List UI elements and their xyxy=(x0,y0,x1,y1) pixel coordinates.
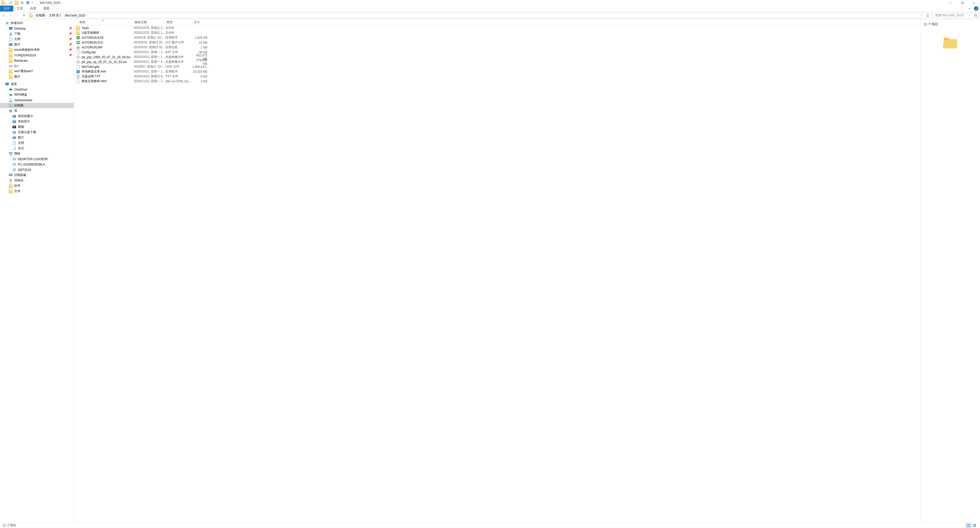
nav-item[interactable]: 网络 xyxy=(0,151,74,156)
svg-rect-68 xyxy=(975,524,976,525)
expand-ribbon-button[interactable] xyxy=(967,6,972,11)
tab-view[interactable]: 查看 xyxy=(40,6,53,11)
nav-item[interactable]: 文档 xyxy=(0,140,74,146)
nav-item[interactable]: DESKTOP-LSSOEDP xyxy=(0,156,74,162)
file-row[interactable]: pe_yqs_xp_20_07_31_15_53.iso2020/10/12, … xyxy=(74,59,920,64)
nav-item[interactable]: Desktop📌 xyxy=(0,26,74,31)
nav-item[interactable]: YUNQISHI2019📌 xyxy=(0,52,74,58)
breadcrumb[interactable]: 文档 (E:) xyxy=(48,13,62,17)
nav-item[interactable]: 回收站 xyxy=(0,178,74,183)
nav-item[interactable]: 本机照片 xyxy=(0,119,74,124)
view-icons-button[interactable] xyxy=(972,523,977,528)
svg-rect-40 xyxy=(14,160,15,161)
close-button[interactable] xyxy=(968,0,980,6)
details-title: 12 个项目 xyxy=(924,22,977,27)
tab-share[interactable]: 共享 xyxy=(27,6,40,11)
file-row[interactable]: 本地硬盘安装.exe2020/10/12, 星期一 1...应用程序28,315… xyxy=(74,69,920,74)
column-type[interactable]: 类型 xyxy=(164,19,191,25)
svg-rect-43 xyxy=(14,165,15,166)
breadcrumb[interactable]: Win7x64_2020 xyxy=(64,14,86,17)
refresh-button[interactable] xyxy=(926,14,931,17)
chevron-right-icon[interactable]: › xyxy=(62,14,63,17)
nav-item[interactable]: OneDrive xyxy=(0,87,74,92)
column-headers: ▲名称 修改日期 类型 大小 xyxy=(74,19,920,25)
star-icon xyxy=(5,21,9,25)
up-button[interactable] xyxy=(21,13,27,18)
svg-line-5 xyxy=(976,16,977,17)
nav-item[interactable]: Bandicam xyxy=(0,58,74,63)
nav-item[interactable]: win7重装win7 xyxy=(0,69,74,74)
tab-file[interactable]: 文件 xyxy=(0,6,13,11)
file-row[interactable]: U盘安装教程2020/12/25, 星期五 1...文件夹 xyxy=(74,30,920,35)
search-input[interactable]: 搜索"Win7x64_2020" xyxy=(934,13,978,18)
maximize-button[interactable] xyxy=(956,0,968,6)
nav-item[interactable]: G:\ xyxy=(0,63,74,69)
history-dropdown[interactable] xyxy=(921,14,926,17)
pin-icon: 📌 xyxy=(68,38,72,41)
nav-item[interactable]: Administrator xyxy=(0,97,74,103)
nav-desktop-section[interactable]: 桌面 xyxy=(0,81,74,87)
column-size[interactable]: 大小 xyxy=(192,19,210,25)
file-row[interactable]: 光盘说明.TXT2016/10/23, 星期日 0...TXT 文件5 KB xyxy=(74,74,920,79)
svg-rect-21 xyxy=(11,110,12,112)
nav-quick-access[interactable]: 快速访问 xyxy=(0,21,74,26)
folder-icon xyxy=(29,14,33,17)
column-date[interactable]: 修改日期 xyxy=(132,19,164,25)
nav-item[interactable]: 保存的图片 xyxy=(0,114,74,119)
file-row[interactable]: 硬盘安装教程.html2016/11/21, 星期一 2...360 se HT… xyxy=(74,79,920,84)
chevron-right-icon[interactable]: › xyxy=(33,14,34,17)
checkmark-icon[interactable] xyxy=(9,1,13,5)
nav-item[interactable]: 库 xyxy=(0,108,74,114)
file-row[interactable]: AUTORUN.EXE2016/1/8, 星期五 04:...应用程序1,926… xyxy=(74,35,920,40)
nav-item[interactable]: 下载📌 xyxy=(0,31,74,36)
nav-item[interactable]: ZMT2019 xyxy=(0,167,74,173)
nav-item[interactable]: 此电脑 xyxy=(0,103,74,108)
svg-rect-3 xyxy=(962,2,963,4)
chevron-right-icon[interactable]: › xyxy=(46,14,47,17)
file-row[interactable]: Tools2020/12/25, 星期五 1...文件夹 xyxy=(74,25,920,30)
nav-item[interactable]: 软件 xyxy=(0,183,74,189)
chevron-down-icon[interactable] xyxy=(32,2,34,4)
svg-rect-49 xyxy=(10,179,11,180)
search-icon[interactable] xyxy=(974,14,977,17)
nav-item[interactable]: 图片 xyxy=(0,135,74,140)
view-details-button[interactable] xyxy=(966,523,971,528)
svg-point-48 xyxy=(10,174,11,175)
nav-item[interactable]: 天翼云盘下载 xyxy=(0,130,74,135)
tab-home[interactable]: 主页 xyxy=(13,6,27,11)
back-button[interactable] xyxy=(2,13,6,18)
nav-item[interactable]: excel表格制作求和📌 xyxy=(0,47,74,52)
navigation-bar: › 此电脑 › 文档 (E:) › Win7x64_2020 › 搜索"Win7… xyxy=(0,12,980,19)
pin-icon: 📌 xyxy=(68,43,72,46)
close-x-icon[interactable] xyxy=(20,1,24,5)
column-name[interactable]: ▲名称 xyxy=(74,19,132,25)
svg-point-12 xyxy=(11,66,12,66)
forward-button[interactable] xyxy=(8,13,13,18)
properties-icon[interactable] xyxy=(26,1,30,5)
minimize-button[interactable] xyxy=(945,0,956,6)
folder-thumbnail xyxy=(942,34,959,51)
desktop-icon xyxy=(5,82,9,86)
file-row[interactable]: Win7x64.gho2019/9/7, 星期六 19:...GHO 文件2,9… xyxy=(74,64,920,69)
recent-dropdown[interactable] xyxy=(15,13,20,18)
file-row[interactable]: iAUTORUN.INF2015/5/10, 星期日 02...安装信息1 KB xyxy=(74,45,920,50)
file-list[interactable]: Tools2020/12/25, 星期五 1...文件夹U盘安装教程2020/1… xyxy=(74,25,920,522)
help-button[interactable]: ? xyxy=(974,6,978,11)
nav-item[interactable]: 图片📌 xyxy=(0,42,74,47)
navigation-pane[interactable]: 快速访问 Desktop📌下载📌文档📌图片📌excel表格制作求和📌YUNQIS… xyxy=(0,19,74,522)
nav-item[interactable]: WPS网盘 xyxy=(0,92,74,97)
nav-item[interactable]: 文件 xyxy=(0,189,74,194)
file-row[interactable]: AUTORUN.ICO2015/5/10, 星期日 02...ICO 图片文件1… xyxy=(74,40,920,45)
svg-rect-18 xyxy=(10,106,11,107)
folder-icon[interactable] xyxy=(14,1,19,5)
address-bar[interactable]: › 此电脑 › 文档 (E:) › Win7x64_2020 › xyxy=(28,13,932,18)
svg-rect-7 xyxy=(10,30,11,30)
nav-item[interactable]: 控制面板 xyxy=(0,173,74,178)
nav-item[interactable]: 视频 xyxy=(0,124,74,130)
nav-item[interactable]: 音乐 xyxy=(0,146,74,151)
nav-item[interactable]: 文档📌 xyxy=(0,36,74,42)
nav-item[interactable]: PC-20190530OBLA xyxy=(0,162,74,167)
nav-item[interactable]: 图片 xyxy=(0,74,74,79)
chevron-right-icon[interactable]: › xyxy=(87,14,88,17)
breadcrumb[interactable]: 此电脑 xyxy=(35,13,46,17)
